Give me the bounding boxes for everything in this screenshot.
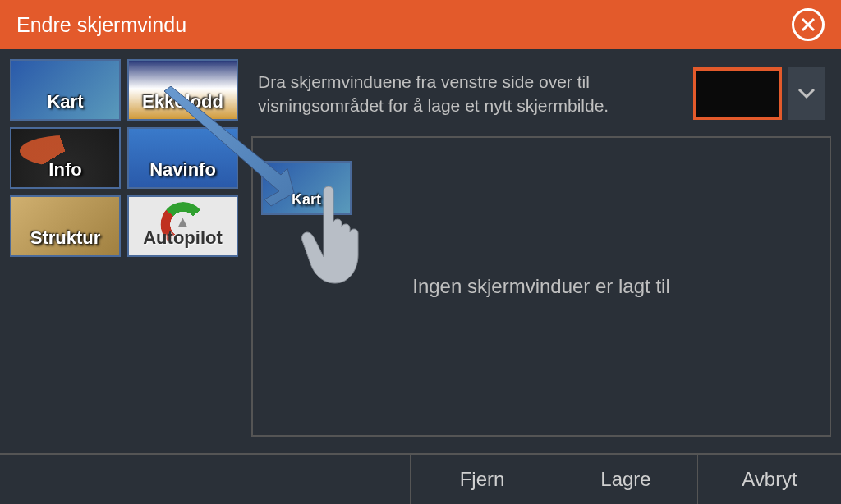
hand-pointer-icon [292,183,375,293]
right-area: Dra skjermvinduene fra venstre side over… [251,59,831,443]
chevron-down-icon [797,88,816,99]
close-button[interactable] [792,8,825,41]
panel-tile-kart[interactable]: Kart [10,59,121,121]
panel-tile-struktur[interactable]: Struktur [10,195,121,257]
tile-label: Info [48,159,81,187]
dialog-footer: Fjern Lagre Avbryt [0,453,841,504]
cancel-button[interactable]: Avbryt [697,455,841,504]
save-button[interactable]: Lagre [554,455,697,504]
remove-button[interactable]: Fjern [410,455,554,504]
layout-preview[interactable] [693,67,782,120]
instruction-text: Dra skjermvinduene fra venstre side over… [258,70,677,118]
dialog-title: Endre skjermvindu [16,13,186,37]
layout-dropdown-button[interactable] [788,67,825,120]
tile-label: Kart [47,91,83,119]
panel-tile-info[interactable]: Info [10,127,121,189]
close-icon [800,16,816,33]
drag-arrow-icon [156,86,296,213]
tile-label: Autopilot [143,227,223,255]
layout-selector [693,67,825,120]
dialog-header: Endre skjermvindu [0,0,841,49]
instruction-row: Dra skjermvinduene fra venstre side over… [251,59,831,136]
tile-label: Struktur [30,227,101,255]
layout-drop-zone[interactable]: Kart Ingen skjermvinduer er lagt til [251,136,831,437]
drop-zone-placeholder: Ingen skjermvinduer er lagt til [412,275,669,298]
main-content: Kart Ekkolodd Info Navinfo Struktur Auto… [0,49,841,453]
